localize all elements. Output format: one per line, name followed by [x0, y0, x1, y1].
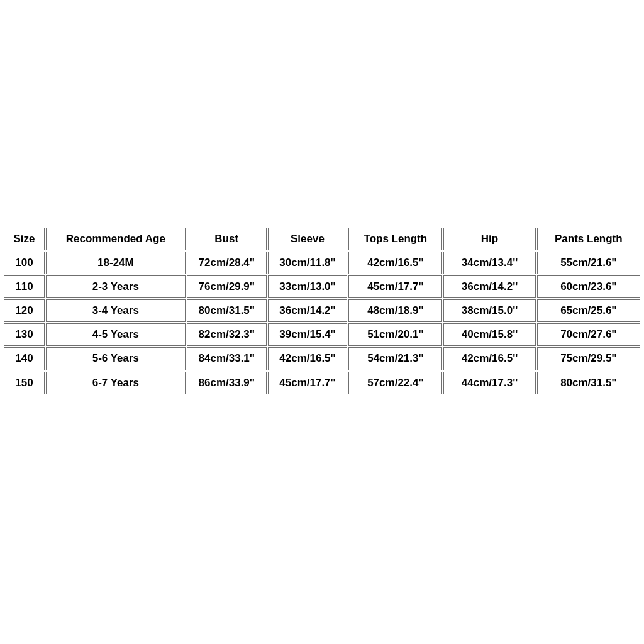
cell-sleeve: 33cm/13.0'' — [268, 275, 348, 298]
cell-age: 5-6 Years — [46, 347, 186, 370]
table-header-row: Size Recommended Age Bust Sleeve Tops Le… — [4, 228, 640, 250]
table-row: 110 2-3 Years 76cm/29.9'' 33cm/13.0'' 45… — [4, 275, 640, 298]
cell-age: 4-5 Years — [46, 323, 186, 346]
cell-hip: 42cm/16.5'' — [443, 347, 535, 370]
cell-age: 2-3 Years — [46, 275, 186, 298]
cell-bust: 72cm/28.4'' — [187, 252, 267, 274]
cell-pants: 60cm/23.6'' — [537, 275, 640, 298]
cell-pants: 70cm/27.6'' — [537, 323, 640, 346]
cell-hip: 44cm/17.3'' — [443, 372, 535, 394]
table-row: 100 18-24M 72cm/28.4'' 30cm/11.8'' 42cm/… — [4, 252, 640, 274]
table-row: 120 3-4 Years 80cm/31.5'' 36cm/14.2'' 48… — [4, 299, 640, 322]
cell-tops: 54cm/21.3'' — [348, 347, 442, 370]
col-header-tops: Tops Length — [348, 228, 442, 250]
cell-hip: 34cm/13.4'' — [443, 252, 535, 274]
cell-size: 130 — [4, 323, 45, 346]
cell-pants: 80cm/31.5'' — [537, 372, 640, 394]
col-header-age: Recommended Age — [46, 228, 186, 250]
cell-size: 150 — [4, 372, 45, 394]
cell-size: 140 — [4, 347, 45, 370]
cell-pants: 75cm/29.5'' — [537, 347, 640, 370]
cell-size: 120 — [4, 299, 45, 322]
table-row: 140 5-6 Years 84cm/33.1'' 42cm/16.5'' 54… — [4, 347, 640, 370]
col-header-size: Size — [4, 228, 45, 250]
cell-tops: 48cm/18.9'' — [348, 299, 442, 322]
cell-sleeve: 42cm/16.5'' — [268, 347, 348, 370]
size-chart-container: Size Recommended Age Bust Sleeve Tops Le… — [0, 226, 644, 396]
cell-bust: 82cm/32.3'' — [187, 323, 267, 346]
cell-hip: 40cm/15.8'' — [443, 323, 535, 346]
cell-bust: 76cm/29.9'' — [187, 275, 267, 298]
cell-hip: 38cm/15.0'' — [443, 299, 535, 322]
table-row: 150 6-7 Years 86cm/33.9'' 45cm/17.7'' 57… — [4, 372, 640, 394]
cell-pants: 55cm/21.6'' — [537, 252, 640, 274]
cell-pants: 65cm/25.6'' — [537, 299, 640, 322]
col-header-pants: Pants Length — [537, 228, 640, 250]
cell-size: 110 — [4, 275, 45, 298]
table-row: 130 4-5 Years 82cm/32.3'' 39cm/15.4'' 51… — [4, 323, 640, 346]
col-header-bust: Bust — [187, 228, 267, 250]
cell-hip: 36cm/14.2'' — [443, 275, 535, 298]
cell-tops: 45cm/17.7'' — [348, 275, 442, 298]
cell-size: 100 — [4, 252, 45, 274]
cell-bust: 86cm/33.9'' — [187, 372, 267, 394]
cell-sleeve: 39cm/15.4'' — [268, 323, 348, 346]
col-header-hip: Hip — [443, 228, 535, 250]
cell-age: 6-7 Years — [46, 372, 186, 394]
size-chart-table: Size Recommended Age Bust Sleeve Tops Le… — [3, 226, 641, 396]
cell-bust: 80cm/31.5'' — [187, 299, 267, 322]
cell-bust: 84cm/33.1'' — [187, 347, 267, 370]
cell-tops: 57cm/22.4'' — [348, 372, 442, 394]
cell-sleeve: 36cm/14.2'' — [268, 299, 348, 322]
cell-tops: 51cm/20.1'' — [348, 323, 442, 346]
cell-age: 3-4 Years — [46, 299, 186, 322]
cell-age: 18-24M — [46, 252, 186, 274]
cell-sleeve: 30cm/11.8'' — [268, 252, 348, 274]
cell-sleeve: 45cm/17.7'' — [268, 372, 348, 394]
cell-tops: 42cm/16.5'' — [348, 252, 442, 274]
col-header-sleeve: Sleeve — [268, 228, 348, 250]
